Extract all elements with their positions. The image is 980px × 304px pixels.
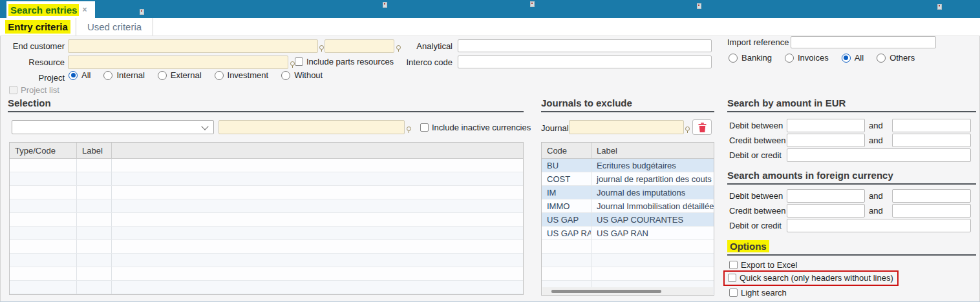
radio-label: External bbox=[171, 70, 202, 80]
lookup-icon[interactable] bbox=[290, 61, 295, 66]
end-customer-input[interactable] bbox=[68, 39, 318, 53]
journal-row[interactable]: US GAP RANUS GAP RAN bbox=[542, 227, 714, 240]
radio-button-icon bbox=[215, 71, 224, 80]
include-inactive-currencies-checkbox[interactable]: Include inactive currencies bbox=[420, 123, 531, 132]
table-cell bbox=[112, 213, 523, 226]
table-cell: journal de repartition des couts p bbox=[591, 172, 714, 185]
window-tab-search-entries[interactable]: Search entries × bbox=[6, 1, 95, 18]
selection-empty-row bbox=[10, 281, 523, 294]
selection-empty-row bbox=[10, 172, 523, 186]
section-underline bbox=[727, 111, 976, 112]
delete-journal-button[interactable] bbox=[692, 119, 712, 135]
analytical-label: Analytical bbox=[394, 41, 453, 51]
selection-section-title: Selection bbox=[8, 97, 51, 108]
journal-label: Journal bbox=[541, 123, 569, 133]
table-cell bbox=[10, 172, 77, 185]
foreign-section-title: Search amounts in foreign currency bbox=[727, 170, 893, 181]
table-cell bbox=[77, 267, 112, 280]
artifact-glyph-icon bbox=[697, 3, 701, 9]
table-cell bbox=[10, 254, 77, 267]
journals-col-code[interactable]: Code bbox=[542, 143, 591, 158]
foreign-credit-from-input[interactable] bbox=[787, 204, 865, 218]
journal-row[interactable]: IMJournal des imputations bbox=[542, 186, 714, 199]
journals-table-body: BUEcritures budgétairesCOSTjournal de re… bbox=[542, 159, 714, 294]
radio-entry-type-invoices[interactable]: Invoices bbox=[785, 53, 829, 63]
table-cell bbox=[112, 267, 523, 280]
journals-col-label[interactable]: Label bbox=[591, 143, 714, 158]
journal-empty-row bbox=[542, 254, 714, 267]
project-list-checkbox[interactable]: Project list bbox=[9, 85, 59, 95]
journals-table: Code Label BUEcritures budgétairesCOSTjo… bbox=[541, 142, 714, 296]
close-tab-icon[interactable]: × bbox=[82, 6, 87, 14]
journal-row[interactable]: US GAPUS GAP COURANTES bbox=[542, 213, 714, 227]
scrollbar-thumb[interactable] bbox=[551, 290, 661, 293]
table-cell bbox=[112, 254, 523, 267]
radio-button-icon bbox=[785, 54, 794, 63]
journal-input[interactable] bbox=[569, 120, 684, 134]
foreign-debit-to-input[interactable] bbox=[892, 189, 971, 203]
radio-button-icon bbox=[877, 54, 886, 63]
and-label: and bbox=[869, 206, 883, 216]
table-cell bbox=[77, 159, 112, 172]
artifact-glyph-icon bbox=[383, 2, 387, 8]
selection-table-header: Type/Code Label bbox=[10, 143, 523, 159]
selection-col-type-code[interactable]: Type/Code bbox=[10, 143, 77, 158]
radio-entry-type-others[interactable]: Others bbox=[877, 53, 915, 63]
selection-value-input[interactable] bbox=[218, 120, 405, 134]
section-underline bbox=[727, 183, 976, 185]
checkbox-icon bbox=[9, 86, 17, 94]
tab-used-criteria[interactable]: Used criteria bbox=[76, 18, 153, 35]
selection-empty-row bbox=[10, 186, 523, 199]
radio-project-investment[interactable]: Investment bbox=[215, 70, 269, 80]
eur-debit-from-input[interactable] bbox=[787, 119, 865, 132]
eur-debit-to-input[interactable] bbox=[892, 119, 971, 132]
light-search-checkbox[interactable]: Light search bbox=[729, 288, 787, 298]
radio-entry-type-banking[interactable]: Banking bbox=[729, 53, 772, 63]
foreign-credit-to-input[interactable] bbox=[892, 204, 971, 218]
radio-project-internal[interactable]: Internal bbox=[103, 70, 144, 80]
table-cell bbox=[591, 240, 714, 253]
table-cell bbox=[542, 267, 591, 280]
analytical-input[interactable] bbox=[458, 39, 712, 52]
lookup-icon[interactable] bbox=[407, 127, 411, 131]
radio-button-icon bbox=[69, 71, 78, 80]
table-cell: Journal Immobilisation détaillée bbox=[591, 199, 714, 212]
end-customer-secondary-input[interactable] bbox=[325, 39, 394, 53]
foreign-debit-or-credit-input[interactable] bbox=[787, 219, 971, 232]
foreign-debit-from-input[interactable] bbox=[787, 189, 865, 203]
import-reference-input[interactable] bbox=[791, 36, 936, 48]
selection-col-label[interactable]: Label bbox=[77, 143, 112, 158]
resource-input[interactable] bbox=[68, 56, 288, 69]
selection-type-dropdown[interactable] bbox=[12, 120, 214, 134]
journal-row[interactable]: COSTjournal de repartition des couts p bbox=[542, 172, 714, 186]
eur-credit-from-input[interactable] bbox=[787, 134, 865, 147]
project-list-label: Project list bbox=[21, 85, 59, 95]
radio-project-all[interactable]: All bbox=[69, 70, 91, 80]
selection-empty-row bbox=[10, 267, 523, 281]
include-parts-resources-checkbox[interactable]: Include parts resources bbox=[295, 57, 394, 66]
artifact-glyph-icon bbox=[140, 9, 144, 15]
tab-used-criteria-label: Used criteria bbox=[87, 21, 142, 32]
foreign-debit-or-credit-label: Debit or credit bbox=[729, 221, 782, 230]
trash-icon bbox=[698, 123, 707, 132]
radio-label: Others bbox=[889, 53, 915, 63]
lookup-icon[interactable] bbox=[319, 45, 324, 50]
include-inactive-currencies-label: Include inactive currencies bbox=[432, 123, 531, 132]
journal-row[interactable]: BUEcritures budgétaires bbox=[542, 159, 714, 172]
options-title-highlight: Options bbox=[727, 240, 769, 252]
eur-debit-or-credit-input[interactable] bbox=[787, 148, 971, 162]
eur-credit-between-label: Credit between bbox=[729, 136, 785, 145]
quick-search-checkbox[interactable]: Quick search (only headers without lines… bbox=[728, 273, 893, 283]
eur-credit-to-input[interactable] bbox=[892, 134, 971, 147]
table-cell bbox=[591, 254, 714, 267]
radio-entry-type-all[interactable]: All bbox=[842, 53, 864, 63]
radio-project-external[interactable]: External bbox=[158, 70, 202, 80]
radio-button-icon bbox=[281, 71, 290, 80]
table-cell bbox=[77, 254, 112, 267]
interco-code-input[interactable] bbox=[458, 56, 712, 68]
radio-project-without[interactable]: Without bbox=[281, 70, 323, 80]
journal-row[interactable]: IMMOJournal Immobilisation détaillée bbox=[542, 199, 714, 213]
export-to-excel-checkbox[interactable]: Export to Excel bbox=[729, 260, 797, 270]
tab-entry-criteria[interactable]: Entry criteria bbox=[0, 18, 76, 35]
lookup-icon[interactable] bbox=[685, 127, 690, 131]
